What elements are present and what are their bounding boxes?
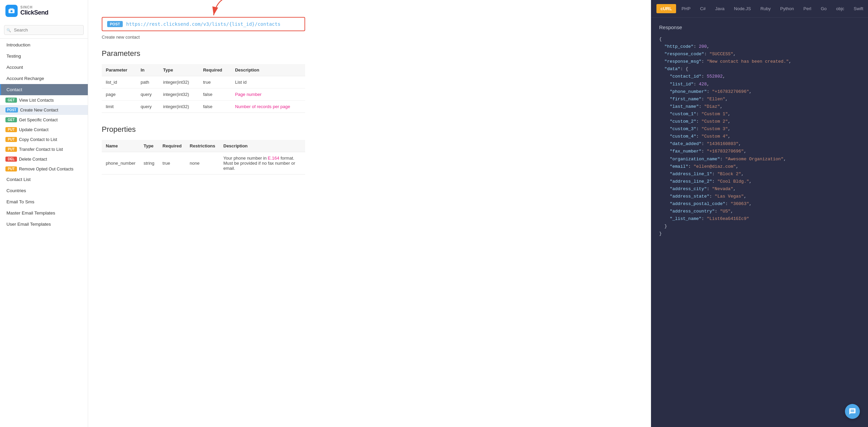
prop-desc-text-before: Your phone number in: [223, 156, 268, 161]
param-required: false: [199, 88, 231, 101]
lang-tabs: cURL PHP C# Java Node.JS Ruby Python Per…: [651, 0, 868, 18]
right-panel: cURL PHP C# Java Node.JS Ruby Python Per…: [651, 0, 868, 427]
lang-tab-objc[interactable]: objc: [832, 4, 848, 13]
param-type: integer(int32): [159, 76, 199, 88]
param-name: limit: [102, 101, 137, 113]
prop-desc-highlight: E.164: [268, 156, 279, 161]
method-badge-put-4: PUT: [5, 166, 17, 171]
nav-section: Introduction Testing Account Account Rec…: [0, 39, 88, 230]
lang-tab-perl[interactable]: Perl: [800, 4, 815, 13]
lang-tab-ruby[interactable]: Ruby: [756, 4, 775, 13]
param-name: list_id: [102, 76, 137, 88]
sub-label-get-specific-contact: Get Specific Contact: [19, 118, 58, 122]
logo-icon: [5, 5, 18, 17]
col-in: In: [137, 64, 159, 76]
sidebar-item-account-recharge[interactable]: Account Recharge: [0, 73, 88, 84]
lang-tab-nodejs[interactable]: Node.JS: [730, 4, 755, 13]
col-required: Required: [199, 64, 231, 76]
method-badge-get-2: GET: [5, 117, 17, 122]
search-input[interactable]: [4, 25, 84, 35]
param-name: page: [102, 88, 137, 101]
sidebar-sub-copy-contact[interactable]: PUT Copy Contact to List: [0, 135, 88, 144]
endpoint-section: POST https://rest.clicksend.com/v3/lists…: [102, 17, 305, 31]
prop-name: phone_number: [102, 152, 139, 175]
method-badge-put-2: PUT: [5, 137, 17, 142]
param-desc: Page number: [231, 88, 305, 101]
param-type: integer(int32): [159, 101, 199, 113]
param-desc: Number of records per page: [231, 101, 305, 113]
sub-label-delete-contact: Delete Contact: [19, 157, 47, 162]
method-badge-put-1: PUT: [5, 127, 17, 132]
endpoint-url: https://rest.clicksend.com/v3/lists/{lis…: [126, 21, 280, 27]
properties-heading: Properties: [102, 125, 305, 134]
sidebar-sub-transfer-contact[interactable]: PUT Transfer Contact to List: [0, 144, 88, 154]
lang-tab-swift[interactable]: Swift: [850, 4, 867, 13]
method-badge-post-1: POST: [5, 107, 18, 113]
prop-required: true: [158, 152, 185, 175]
sidebar-sub-create-new-contact[interactable]: POST Create New Contact: [0, 105, 88, 115]
chat-bubble[interactable]: [845, 404, 860, 419]
sidebar-item-countries[interactable]: Countries: [0, 185, 88, 196]
lang-tab-curl[interactable]: cURL: [656, 4, 676, 13]
lang-tab-csharp[interactable]: C#: [696, 4, 710, 13]
lang-tab-java[interactable]: Java: [711, 4, 728, 13]
svg-point-2: [11, 10, 13, 12]
main-content: POST https://rest.clicksend.com/v3/lists…: [88, 0, 651, 427]
sub-label-copy-contact: Copy Contact to List: [19, 137, 57, 142]
endpoint-description: Create new contact: [102, 35, 305, 40]
sidebar-search: [0, 22, 88, 39]
sidebar-sub-delete-contact[interactable]: DEL Delete Contact: [0, 154, 88, 164]
sidebar-sub-update-contact[interactable]: PUT Update Contact: [0, 125, 88, 135]
col-description: Description: [231, 64, 305, 76]
sub-label-view-list-contacts: View List Contacts: [19, 98, 54, 103]
sub-label-create-new-contact: Create New Contact: [20, 108, 58, 113]
lang-tab-python[interactable]: Python: [776, 4, 798, 13]
col-parameter: Parameter: [102, 64, 137, 76]
sidebar-item-master-email[interactable]: Master Email Templates: [0, 207, 88, 219]
param-desc: List id: [231, 76, 305, 88]
response-section: Response { "http_code": 200, "response_c…: [651, 18, 868, 245]
sidebar-sub-remove-opted-out[interactable]: PUT Remove Opted Out Contacts: [0, 164, 88, 174]
sidebar-item-contact-list[interactable]: Contact List: [0, 174, 88, 185]
lang-tab-go[interactable]: Go: [817, 4, 831, 13]
logo-clicksend: ClickSend: [20, 9, 48, 16]
logo-svg: [8, 7, 15, 15]
table-row: phone_number string true none Your phone…: [102, 152, 305, 175]
logo-container: SINCH ClickSend: [0, 0, 88, 22]
prop-col-restrictions: Restrictions: [186, 140, 219, 152]
sub-label-transfer-contact: Transfer Contact to List: [19, 147, 63, 152]
prop-col-name: Name: [102, 140, 139, 152]
lang-tab-php[interactable]: PHP: [677, 4, 695, 13]
method-badge-get-1: GET: [5, 98, 17, 103]
endpoint-box: POST https://rest.clicksend.com/v3/lists…: [102, 17, 305, 31]
sidebar-item-introduction[interactable]: Introduction: [0, 39, 88, 50]
method-badge-del-1: DEL: [5, 157, 17, 162]
method-badge-put-3: PUT: [5, 147, 17, 152]
search-wrap: [4, 25, 84, 35]
sidebar-item-user-email[interactable]: User Email Templates: [0, 219, 88, 230]
parameters-table: Parameter In Type Required Description l…: [102, 64, 305, 113]
prop-type: string: [139, 152, 158, 175]
param-in: path: [137, 76, 159, 88]
sidebar-sub-view-list-contacts[interactable]: GET View List Contacts: [0, 95, 88, 105]
sidebar-item-testing[interactable]: Testing: [0, 50, 88, 62]
sidebar-item-email-to-sms[interactable]: Email To Sms: [0, 196, 88, 207]
sidebar-item-contact[interactable]: Contact: [0, 84, 88, 95]
param-in: query: [137, 88, 159, 101]
param-type: integer(int32): [159, 88, 199, 101]
parameters-heading: Parameters: [102, 49, 305, 58]
chat-icon: [849, 408, 856, 415]
properties-table: Name Type Required Restrictions Descript…: [102, 140, 305, 175]
param-required: true: [199, 76, 231, 88]
prop-col-type: Type: [139, 140, 158, 152]
sidebar-sub-get-specific-contact[interactable]: GET Get Specific Contact: [0, 115, 88, 125]
prop-restrictions: none: [186, 152, 219, 175]
red-arrow-annotation: [207, 0, 237, 20]
prop-col-required: Required: [158, 140, 185, 152]
table-row: list_id path integer(int32) true List id: [102, 76, 305, 88]
sidebar-item-account[interactable]: Account: [0, 62, 88, 73]
param-in: query: [137, 101, 159, 113]
sidebar: SINCH ClickSend Introduction Testing Acc…: [0, 0, 88, 427]
sub-label-remove-opted-out: Remove Opted Out Contacts: [19, 167, 74, 171]
logo-sinch: SINCH: [20, 5, 48, 9]
